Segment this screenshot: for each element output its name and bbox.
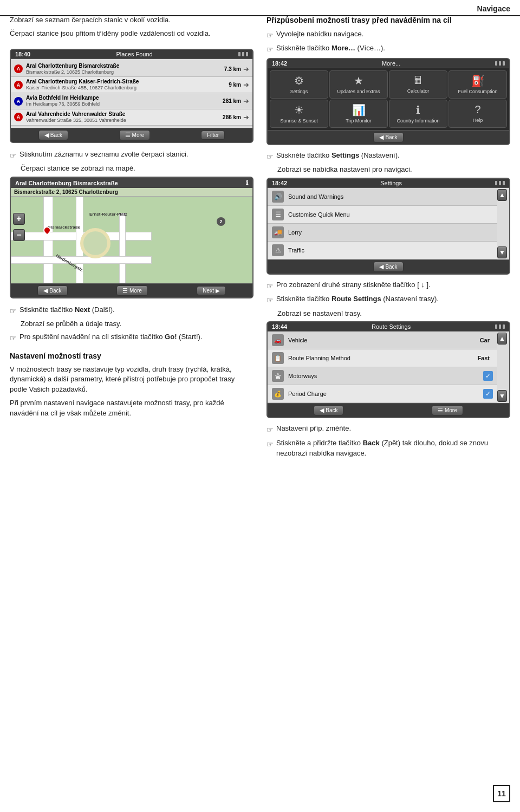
place-arrow-4: ➜ <box>243 113 249 121</box>
more-item-country[interactable]: ℹ Country Information <box>389 100 447 128</box>
bullet-text-5: Pro spuštění navádění na cíl stiskněte t… <box>20 332 253 342</box>
lorry-icon: 🚚 <box>272 226 284 238</box>
scroll-down-btn[interactable]: ▼ <box>497 246 507 258</box>
bullet-second-page: ☞ Pro zobrazení druhé strany stiskněte t… <box>266 280 510 291</box>
bullet-text-r7: Zobrazí se nastavení trasy. <box>277 309 510 319</box>
place-addr-3: Im Heidkampe 76, 30659 Bothfeld <box>26 101 220 107</box>
settings-item-lorry[interactable]: 🚚 Lorry <box>268 224 497 242</box>
screen-more-signal <box>495 61 505 66</box>
quickmenu-icon: ☰ <box>272 209 284 220</box>
settings-item-traffic[interactable]: ⚠ Traffic <box>268 242 497 259</box>
settings-label: Settings <box>290 89 308 95</box>
map-info-icon: ℹ <box>246 179 248 186</box>
screen2-next-btn[interactable]: Next ▶ <box>197 286 225 295</box>
planning-icon: 📋 <box>272 352 284 364</box>
more-item-sunrise[interactable]: ☀ Sunrise & Sunset <box>270 100 328 128</box>
bullet-press-settings: ☞ Stiskněte tlačítko Settings (Nastavení… <box>266 151 510 162</box>
place-name-3: Avia Bothfeld Im Heidkampe <box>26 95 220 101</box>
screen1-back-btn[interactable]: ◀ Back <box>38 130 68 140</box>
place-arrow-2: ➜ <box>243 81 249 89</box>
map-zoom-out[interactable]: − <box>13 229 25 241</box>
country-label: Country Information <box>396 118 439 124</box>
place-addr-1: Bismarckstraße 2, 10625 Charlottenburg <box>26 69 222 75</box>
left-column: Zobrazí se seznam čerpacích stanic v oko… <box>10 15 253 461</box>
updates-label: Updates and Extras <box>337 89 380 95</box>
place-item-1[interactable]: A Aral Charlottenburg Bismarckstraße Bis… <box>11 61 252 77</box>
screen1-time: 18:40 <box>15 51 30 57</box>
sound-label: Sound and Warnings <box>288 193 493 200</box>
place-icon-4: A <box>14 113 23 121</box>
screen1-title: Places Found <box>30 51 238 57</box>
more-item-settings[interactable]: ⚙ Settings <box>270 70 328 99</box>
route-back-btn[interactable]: ◀ Back <box>314 405 343 415</box>
route-item-vehicle[interactable]: 🚗 Vehicle Car <box>268 332 497 349</box>
fuel-icon: ⛽ <box>471 74 485 87</box>
place-item-4[interactable]: A Aral Vahrenheide Vahrenwalder Straße V… <box>11 109 252 126</box>
place-dist-2: 9 km <box>229 82 241 88</box>
more-item-trip[interactable]: 📊 Trip Monitor <box>329 100 388 128</box>
vehicle-value: Car <box>480 337 490 343</box>
screen1-filter-btn[interactable]: Filter <box>201 131 225 140</box>
route-item-motorways[interactable]: 🛣 Motorways ✓ <box>268 367 497 385</box>
map-station-name: Aral Charlottenburg Bismarckstraße <box>15 180 118 186</box>
map-station-addr: Bismarckstraße 2, 10625 Charlottenburg <box>11 188 252 197</box>
map-area: Bismarckstraße Ernst-Reuter-Platz Harden… <box>11 197 252 283</box>
place-icon-1: A <box>14 64 23 73</box>
right-column: Přizpůsobení možností trasy před naváděn… <box>266 15 510 461</box>
map-zoom-in[interactable]: + <box>13 213 25 225</box>
intro-text-2: Čerpací stanice jsou přitom tříděny podl… <box>10 29 253 39</box>
map-marker-2: 2 <box>217 217 225 226</box>
screen-more-time: 18:42 <box>272 60 287 67</box>
section2-heading: Nastavení možností trasy <box>10 351 253 361</box>
bullet-text-r3: Stiskněte tlačítko Settings (Nastavení). <box>276 151 510 161</box>
place-dist-4: 286 km <box>223 114 241 120</box>
route-scroll-down[interactable]: ▼ <box>497 390 507 402</box>
traffic-label: Traffic <box>288 247 493 254</box>
more-item-calculator[interactable]: 🖩 Calculator <box>389 70 447 99</box>
map-label-bismarck: Bismarckstraße <box>48 225 80 230</box>
route-list: 🚗 Vehicle Car 📋 Route Planning Method Fa… <box>268 332 509 403</box>
bullet-icon-5: ☞ <box>10 333 17 343</box>
screen1-btnbar: ◀ Back ☰ More Filter <box>11 128 252 142</box>
bullet-route-show: Zobrazí se nastavení trasy. <box>266 309 510 319</box>
bullet-select-station: ☞ Stisknutím záznamu v seznamu zvolte če… <box>10 150 253 161</box>
settings-back-btn[interactable]: ◀ Back <box>373 262 403 272</box>
screen2-more-btn[interactable]: ☰ More <box>116 285 148 296</box>
route-scroll-up[interactable]: ▲ <box>497 333 507 345</box>
more-grid: ⚙ Settings ★ Updates and Extras 🖩 Calcul… <box>268 68 509 130</box>
more-item-help[interactable]: ? Help <box>448 100 507 128</box>
screen-settings: 18:42 Settings 🔊 Sound and Warnings ☰ <box>266 178 510 275</box>
place-addr-2: Kaiser-Friedrich-Straße 45B, 10627 Charl… <box>26 85 226 91</box>
page-number: 11 <box>493 785 510 802</box>
bullet-text-r4: Zobrazí se nabídka nastavení pro navigac… <box>277 165 510 175</box>
section2-para2: Při prvním nastavení navigace nastavujet… <box>10 398 253 419</box>
route-list-container: 🚗 Vehicle Car 📋 Route Planning Method Fa… <box>268 332 509 403</box>
place-item-3[interactable]: A Avia Bothfeld Im Heidkampe Im Heidkamp… <box>11 93 252 109</box>
settings-item-quickmenu[interactable]: ☰ Customise Quick Menu <box>268 206 497 224</box>
bullet-next: ☞ Stiskněte tlačítko Next (Další). <box>10 305 253 316</box>
more-back-btn[interactable]: ◀ Back <box>373 132 403 142</box>
scroll-up-btn[interactable]: ▲ <box>497 189 507 201</box>
trip-label: Trip Monitor <box>346 118 372 124</box>
route-item-planning[interactable]: 📋 Route Planning Method Fast <box>268 349 497 367</box>
settings-item-sound[interactable]: 🔊 Sound and Warnings <box>268 188 497 206</box>
screen1-more-btn[interactable]: ☰ More <box>119 130 151 140</box>
settings-list: 🔊 Sound and Warnings ☰ Customise Quick M… <box>268 188 509 259</box>
help-label: Help <box>473 118 483 124</box>
screen-settings-title: Settings <box>287 180 495 186</box>
bullet-text-r6: Stiskněte tlačítko Route Settings (Nasta… <box>276 294 510 304</box>
place-icon-2: A <box>14 81 23 89</box>
map-road-v3 <box>119 213 126 283</box>
more-item-updates[interactable]: ★ Updates and Extras <box>329 70 388 99</box>
route-item-period[interactable]: 💰 Period Charge ✓ <box>268 385 497 403</box>
place-addr-4: Vahrenwalder Straße 325, 30851 Vahrenhei… <box>26 118 220 124</box>
calculator-icon: 🖩 <box>413 74 424 87</box>
more-item-fuel[interactable]: ⛽ Fuel Consumption <box>448 70 507 99</box>
route-more-btn[interactable]: ☰ More <box>432 405 463 415</box>
place-item-2[interactable]: A Aral Charlottenburg Kaiser-Friedrich-S… <box>11 77 252 93</box>
bullet-text-r2: Stiskněte tlačítko More… (Více…). <box>276 43 510 54</box>
screen2-back-btn[interactable]: ◀ Back <box>37 285 67 296</box>
bullet-change-settings: ☞ Nastavení příp. změňte. <box>266 424 510 435</box>
bullet-press-route-settings: ☞ Stiskněte tlačítko Route Settings (Nas… <box>266 294 510 306</box>
place-arrow-3: ➜ <box>243 97 249 105</box>
